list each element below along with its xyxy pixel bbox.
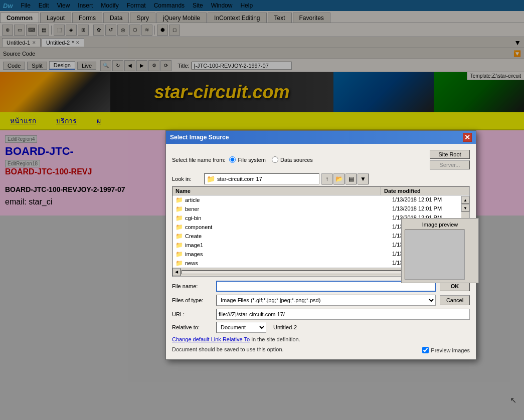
preview-images-label: Preview images — [431, 347, 470, 353]
col-date[interactable]: Date modified — [381, 187, 461, 195]
file-name: news — [185, 260, 198, 266]
relative-to-label: Relative to: — [172, 324, 212, 330]
lookin-select[interactable]: 📁 star-circuit.com 17 — [204, 173, 319, 184]
file-list-header: Name Date modified — [172, 187, 469, 195]
nav-up-btn[interactable]: ↑ — [321, 173, 332, 184]
data-sources-radio[interactable] — [272, 156, 278, 163]
col-name[interactable]: Name — [172, 187, 381, 195]
folder-icon: 📁 — [176, 224, 183, 231]
cancel-btn[interactable]: Cancel — [440, 295, 470, 305]
data-sources-option[interactable]: Data sources — [272, 156, 313, 163]
image-preview-panel: Image preview — [401, 218, 479, 283]
file-name-label: File name: — [172, 283, 212, 289]
folder-icon: 📁 — [176, 205, 183, 213]
file-name: image1 — [185, 242, 203, 248]
nav-dropdown-btn[interactable]: ▼ — [358, 173, 369, 184]
scroll-left-btn[interactable]: ◀ — [172, 268, 181, 276]
radio-group: File system Data sources — [229, 156, 312, 163]
relative-to-select[interactable]: Document — [216, 322, 266, 333]
lookin-value: star-circuit.com 17 — [217, 176, 262, 182]
table-row[interactable]: 📁 article 1/13/2018 12:01 PM — [172, 195, 469, 204]
relative-to-row: Relative to: Document Untitled-2 — [172, 322, 470, 333]
folder-icon: 📁 — [176, 260, 183, 267]
folder-icon: 📁 — [176, 233, 183, 240]
dialog-close-btn[interactable]: ✕ — [463, 133, 472, 142]
folder-icon: 📁 — [207, 175, 215, 183]
file-name: images — [185, 251, 203, 257]
file-name: component — [185, 224, 212, 230]
lookin-label: Look in: — [172, 176, 202, 182]
note-text: Document should be saved to use this opt… — [172, 346, 284, 352]
relative-doc-name: Untitled-2 — [273, 324, 297, 330]
server-btn[interactable]: Server... — [430, 160, 470, 169]
change-link-suffix: in the site definition. — [251, 336, 300, 342]
preview-row: Preview images — [422, 347, 470, 353]
select-source-label: Select file name from: — [172, 157, 225, 163]
select-source-row: Select file name from: File system Data … — [172, 150, 470, 169]
bottom-row: Document should be saved to use this opt… — [172, 345, 470, 353]
files-of-type-select[interactable]: Image Files (*.gif;*.jpg;*.jpeg;*.png;*.… — [216, 295, 436, 306]
bottom-form: File name: OK Files of type: Image Files… — [172, 281, 470, 306]
image-preview-box — [405, 230, 465, 280]
nav-icons: ↑ 📂 ▤ ▼ — [321, 173, 369, 184]
files-of-type-label: Files of type: — [172, 297, 212, 303]
file-name: article — [185, 197, 200, 203]
image-preview-title: Image preview — [405, 222, 475, 228]
url-label: URL: — [172, 311, 212, 317]
file-system-option[interactable]: File system — [229, 156, 266, 163]
files-of-type-row: Files of type: Image Files (*.gif;*.jpg;… — [172, 295, 470, 306]
nav-view-btn[interactable]: ▤ — [345, 173, 357, 184]
file-system-radio[interactable] — [229, 156, 236, 163]
file-name: cgi-bin — [185, 215, 201, 221]
folder-icon: 📁 — [176, 215, 183, 222]
url-row: URL: — [172, 309, 470, 320]
lookin-row: Look in: 📁 star-circuit.com 17 ↑ 📂 ▤ ▼ — [172, 173, 470, 184]
change-link-row: Change default Link Relative To in the s… — [172, 336, 470, 343]
nav-folder-btn[interactable]: 📂 — [333, 173, 344, 184]
site-root-btn[interactable]: Site Root — [430, 150, 470, 159]
file-date: 1/13/2018 12:01 PM — [389, 205, 469, 213]
folder-icon: 📁 — [176, 242, 183, 249]
change-link[interactable]: Change default Link Relative To — [172, 336, 250, 342]
file-name: Create — [185, 233, 202, 239]
file-system-label: File system — [238, 157, 266, 163]
folder-icon: 📁 — [176, 196, 183, 203]
file-date: 1/13/2018 12:01 PM — [389, 196, 469, 204]
table-row[interactable]: 📁 bener 1/13/2018 12:01 PM — [172, 204, 469, 214]
preview-images-checkbox[interactable] — [422, 347, 429, 353]
url-input[interactable] — [216, 309, 470, 320]
dialog-title-text: Select Image Source — [170, 134, 229, 141]
data-sources-label: Data sources — [280, 157, 313, 163]
file-name: bener — [185, 206, 199, 212]
folder-icon: 📁 — [176, 251, 183, 258]
dialog-title-bar: Select Image Source ✕ — [166, 131, 476, 144]
